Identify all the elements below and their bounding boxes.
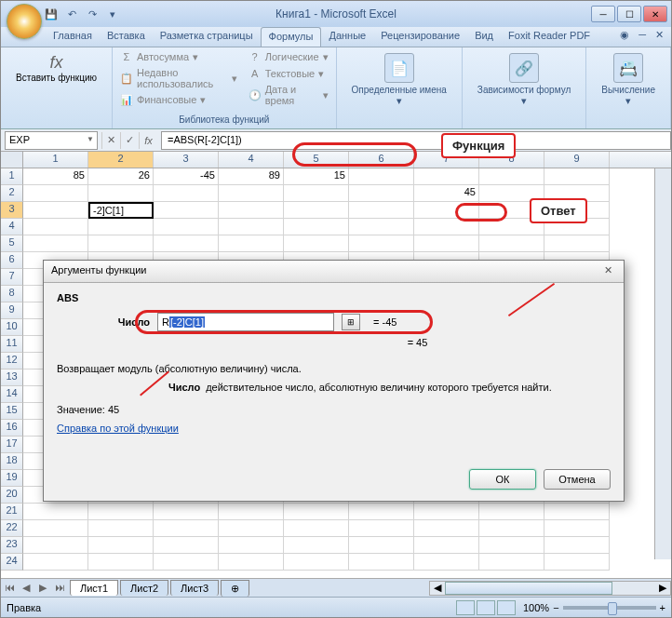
row-header[interactable]: 1 <box>1 168 23 185</box>
datetime-button[interactable]: 🕐Дата и время ▾ <box>247 83 330 107</box>
cell[interactable] <box>349 202 414 219</box>
row-header[interactable]: 24 <box>1 554 23 571</box>
row-header[interactable]: 4 <box>1 219 23 235</box>
cell[interactable] <box>414 537 479 554</box>
cell[interactable] <box>349 554 414 571</box>
cell[interactable]: 26 <box>88 168 154 185</box>
sheet-nav-prev-icon[interactable]: ◀ <box>18 582 34 594</box>
maximize-button[interactable]: ☐ <box>617 6 641 22</box>
tab-foxit[interactable]: Foxit Reader PDF <box>501 27 598 47</box>
recent-button[interactable]: 📋Недавно использовались ▾ <box>118 66 239 90</box>
zoom-level[interactable]: 100% <box>523 602 549 613</box>
cancel-formula-icon[interactable]: ✕ <box>101 132 120 149</box>
enter-formula-icon[interactable]: ✓ <box>120 132 139 149</box>
calculation-button[interactable]: 📇 Вычисление ▾ <box>592 49 665 111</box>
tab-page-layout[interactable]: Разметка страницы <box>153 27 261 47</box>
cell[interactable] <box>544 235 610 252</box>
cell[interactable] <box>154 185 219 202</box>
formula-input[interactable]: =ABS(R[-2]C[1]) <box>161 131 671 150</box>
cell[interactable] <box>284 504 349 520</box>
row-header[interactable]: 13 <box>1 369 23 386</box>
cell[interactable] <box>284 219 349 235</box>
cell[interactable] <box>88 235 154 252</box>
cell[interactable] <box>284 554 349 571</box>
cell[interactable] <box>154 537 219 554</box>
row-header[interactable]: 21 <box>1 504 23 520</box>
sheet-nav-last-icon[interactable]: ⏭ <box>51 582 68 594</box>
col-header[interactable]: 9 <box>544 152 610 168</box>
row-header[interactable]: 2 <box>1 185 23 202</box>
cell[interactable]: 89 <box>219 168 284 185</box>
cell[interactable] <box>349 185 414 202</box>
row-header[interactable]: 18 <box>1 453 23 470</box>
cell[interactable] <box>414 520 479 537</box>
col-header[interactable]: 4 <box>219 152 284 168</box>
cell[interactable] <box>349 219 414 235</box>
cell[interactable] <box>219 520 284 537</box>
defined-names-button[interactable]: 📄 Определенные имена ▾ <box>343 49 456 111</box>
row-header[interactable]: 16 <box>1 420 23 437</box>
cell[interactable] <box>219 504 284 520</box>
cell[interactable] <box>349 537 414 554</box>
text-button[interactable]: AТекстовые ▾ <box>247 66 330 81</box>
cell[interactable] <box>154 554 219 571</box>
cell[interactable] <box>544 520 610 537</box>
minimize-button[interactable]: ─ <box>591 6 615 22</box>
row-header[interactable]: 22 <box>1 520 23 537</box>
row-header[interactable]: 3 <box>1 202 23 219</box>
vertical-scrollbar[interactable] <box>654 168 671 559</box>
save-icon[interactable]: 💾 <box>42 5 60 23</box>
cell[interactable] <box>349 520 414 537</box>
help-icon[interactable]: ◉ <box>616 27 633 47</box>
zoom-out-icon[interactable]: − <box>553 602 558 613</box>
tab-view[interactable]: Вид <box>467 27 501 47</box>
cell[interactable] <box>88 185 154 202</box>
row-header[interactable]: 23 <box>1 537 23 554</box>
formula-deps-button[interactable]: 🔗 Зависимости формул ▾ <box>468 49 580 111</box>
view-pagebreak-icon[interactable] <box>497 600 516 615</box>
row-header[interactable]: 17 <box>1 437 23 453</box>
zoom-in-icon[interactable]: + <box>660 602 665 613</box>
cell[interactable] <box>544 554 610 571</box>
insert-function-button[interactable]: fx Вставить функцию <box>10 49 102 87</box>
cell[interactable] <box>349 504 414 520</box>
ribbon-minimize-icon[interactable]: ─ <box>635 27 650 47</box>
cell[interactable] <box>284 235 349 252</box>
cell[interactable]: 15 <box>284 168 349 185</box>
row-header[interactable]: 10 <box>1 319 23 336</box>
row-header[interactable]: 7 <box>1 269 23 286</box>
cell[interactable] <box>414 235 479 252</box>
sheet-nav-next-icon[interactable]: ▶ <box>34 582 51 594</box>
cell[interactable]: 85 <box>23 168 88 185</box>
cell[interactable] <box>284 185 349 202</box>
cell[interactable] <box>88 520 154 537</box>
cell[interactable] <box>544 504 610 520</box>
redo-icon[interactable]: ↷ <box>83 5 101 23</box>
col-header[interactable]: 1 <box>23 152 88 168</box>
tab-review[interactable]: Рецензирование <box>373 27 467 47</box>
cell[interactable] <box>544 168 610 185</box>
cell[interactable] <box>23 202 88 219</box>
cell[interactable] <box>23 504 88 520</box>
cell[interactable] <box>23 235 88 252</box>
cell[interactable] <box>23 219 88 235</box>
cell[interactable] <box>23 537 88 554</box>
cell[interactable] <box>479 235 544 252</box>
tab-formulas[interactable]: Формулы <box>261 27 322 47</box>
cell[interactable] <box>479 554 544 571</box>
cell[interactable] <box>219 537 284 554</box>
cell[interactable] <box>479 504 544 520</box>
doc-close-icon[interactable]: ✕ <box>652 27 667 47</box>
view-normal-icon[interactable] <box>456 600 475 615</box>
cell[interactable] <box>284 202 349 219</box>
cell[interactable] <box>349 235 414 252</box>
select-all-corner[interactable] <box>1 152 23 168</box>
horizontal-scrollbar[interactable]: ◀▶ <box>429 581 671 596</box>
cell[interactable] <box>544 537 610 554</box>
cell[interactable] <box>479 168 544 185</box>
cell[interactable] <box>414 504 479 520</box>
name-box[interactable]: EXP <box>5 131 98 150</box>
cell[interactable] <box>23 554 88 571</box>
cancel-button[interactable]: Отмена <box>544 469 611 490</box>
row-header[interactable]: 20 <box>1 487 23 504</box>
